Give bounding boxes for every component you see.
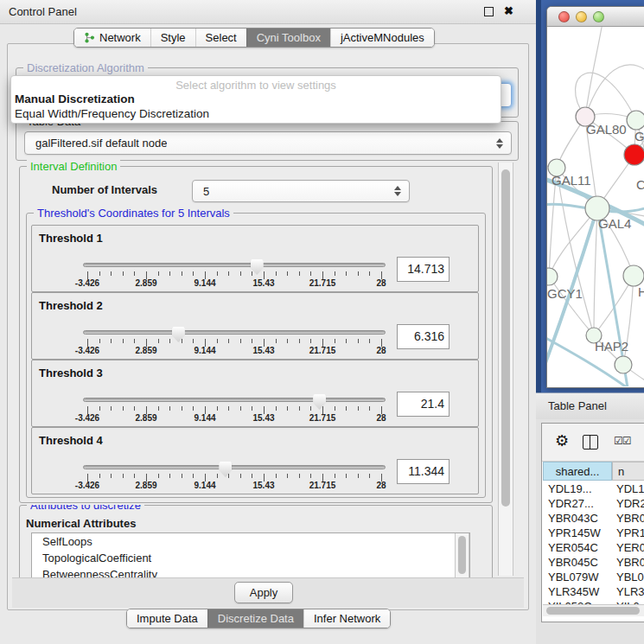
table-data-combo[interactable]: galFiltered.sif default node: [24, 131, 512, 155]
split-columns-icon[interactable]: [583, 435, 598, 450]
table-row[interactable]: YLR345WYLR3: [542, 584, 644, 599]
network-node-label: GA: [634, 129, 644, 143]
minimize-light-icon[interactable]: [576, 11, 587, 22]
apply-button[interactable]: Apply: [234, 582, 293, 603]
list-item[interactable]: SelfLoops: [32, 533, 469, 550]
table-row[interactable]: YER054CYER0: [542, 540, 644, 555]
tick-mark: [111, 271, 112, 276]
tick-mark: [240, 406, 241, 411]
tick-mark: [287, 339, 288, 343]
cell-shared-name: YDL19...: [548, 481, 592, 496]
slider-track[interactable]: [83, 263, 386, 267]
network-node-gcy1[interactable]: [547, 268, 558, 285]
threshold-value-field[interactable]: 6.316: [397, 324, 450, 349]
tab-label: jActiveMNodules: [341, 31, 424, 44]
network-node-c[interactable]: [624, 144, 644, 165]
tab-impute-data[interactable]: Impute Data: [127, 609, 207, 628]
float-window-icon[interactable]: [484, 7, 494, 16]
tick-mark: [346, 406, 347, 411]
slider-thumb[interactable]: [219, 462, 232, 477]
cell-name: YDL1: [616, 481, 644, 496]
tick-mark: [228, 271, 229, 276]
control-panel-title: Control Panel: [9, 5, 77, 18]
tick-mark: [217, 474, 218, 478]
network-node-label: GAL4: [598, 216, 631, 231]
top-tab-bar: NetworkStyleSelectCyni ToolboxjActiveMNo…: [73, 28, 435, 48]
network-window[interactable]: GAL80GACGAL11GAL4GCY1HHAP2: [546, 6, 644, 388]
table-row[interactable]: YBR043CYBR0: [542, 511, 644, 526]
panel-vertical-scrollbar-thumb[interactable]: [501, 169, 510, 507]
network-window-titlebar[interactable]: [547, 7, 644, 27]
tick-mark: [158, 271, 159, 276]
panel-vertical-scrollbar[interactable]: [498, 163, 513, 576]
tick-mark: [169, 271, 170, 276]
slider-track[interactable]: [83, 330, 386, 335]
tick-mark: [99, 339, 100, 343]
threshold-panel-3: Threshold 3-3.4262.8599.14415.4321.71528…: [31, 360, 479, 427]
tab-infer-network[interactable]: Infer Network: [303, 609, 390, 628]
network-node-h[interactable]: [623, 265, 644, 286]
cell-name: YPR1: [616, 526, 644, 540]
numerical-attributes-list[interactable]: SelfLoopsTopologicalCoefficientBetweenne…: [31, 532, 470, 579]
tick-label: 2.859: [135, 413, 156, 423]
column-header-shared-[interactable]: shared...: [543, 462, 612, 481]
tick-mark: [358, 271, 359, 276]
table-horizontal-scrollbar-thumb[interactable]: [546, 607, 640, 615]
checkboxes-icon[interactable]: ☑☑: [614, 435, 631, 447]
table-row[interactable]: YBL079WYBL0: [542, 570, 644, 584]
close-light-icon[interactable]: [558, 11, 570, 22]
network-node-ga[interactable]: [627, 111, 644, 130]
column-header-n[interactable]: n: [612, 462, 644, 481]
list-item[interactable]: TopologicalCoefficient: [32, 550, 469, 566]
tick-mark: [240, 339, 241, 343]
stepper-arrows-icon: [394, 186, 401, 196]
tab-network[interactable]: Network: [74, 29, 150, 47]
tab-style[interactable]: Style: [150, 29, 195, 47]
threshold-value-field[interactable]: 14.713: [397, 257, 450, 282]
tick-mark: [169, 406, 170, 411]
zoom-light-icon[interactable]: [593, 11, 604, 22]
bottom-tab-bar: Impute DataDiscretize DataInfer Network: [126, 609, 391, 628]
network-icon: [84, 32, 95, 43]
tick-mark: [252, 406, 252, 411]
algorithm-option-manual-discretization[interactable]: Manual Discretization: [15, 92, 135, 105]
slider-thumb[interactable]: [172, 327, 185, 342]
table-row[interactable]: YBR045CYBR0: [542, 555, 644, 570]
threshold-value-field[interactable]: 21.4: [397, 392, 450, 417]
tab-label: Cyni Toolbox: [257, 31, 321, 44]
slider-thumb[interactable]: [313, 394, 326, 410]
tick-mark: [310, 406, 311, 411]
tick-mark: [276, 271, 277, 276]
network-canvas[interactable]: GAL80GACGAL11GAL4GCY1HHAP2: [547, 27, 644, 386]
tab-cyni-toolbox[interactable]: Cyni Toolbox: [246, 29, 330, 47]
attributes-list-scrollbar[interactable]: [455, 533, 469, 578]
tick-mark: [111, 474, 112, 478]
algorithm-dropdown-hint: Select algorithm to view settings: [11, 79, 501, 92]
tick-mark: [193, 406, 194, 411]
threshold-value-field[interactable]: 11.344: [397, 459, 450, 484]
table-row[interactable]: YPR145WYPR1: [542, 526, 644, 540]
number-of-intervals-combo[interactable]: 5: [192, 180, 410, 202]
table-row[interactable]: YDL19...YDL1: [542, 481, 644, 496]
attributes-list-scrollbar-thumb[interactable]: [458, 536, 466, 574]
tick-mark: [217, 406, 218, 411]
network-node-label: GCY1: [547, 286, 583, 301]
tab-select[interactable]: Select: [195, 29, 246, 47]
cell-name: YER0: [616, 540, 644, 555]
tick-mark: [134, 406, 135, 411]
gear-icon[interactable]: ⚙: [555, 433, 569, 449]
tick-mark: [228, 474, 229, 478]
discretization-algorithm-group-title: Discretization Algorithm: [23, 61, 148, 74]
tick-label: 9.144: [194, 346, 215, 355]
slider-track[interactable]: [83, 398, 386, 402]
table-horizontal-scrollbar[interactable]: [543, 604, 644, 616]
algorithm-option-equal-width-frequency-discretization[interactable]: Equal Width/Frequency Discretization: [15, 107, 209, 120]
tab-discretize-data[interactable]: Discretize Data: [207, 609, 303, 628]
tab-jactivemnodules[interactable]: jActiveMNodules: [330, 29, 434, 47]
close-icon[interactable]: ✖: [504, 4, 513, 17]
table-row[interactable]: YDR27...YDR2: [542, 496, 644, 511]
threshold-label: Threshold 4: [39, 434, 103, 447]
network-node[interactable]: [615, 356, 632, 373]
number-of-intervals-label: Number of Intervals: [52, 183, 157, 196]
slider-track[interactable]: [83, 465, 386, 469]
